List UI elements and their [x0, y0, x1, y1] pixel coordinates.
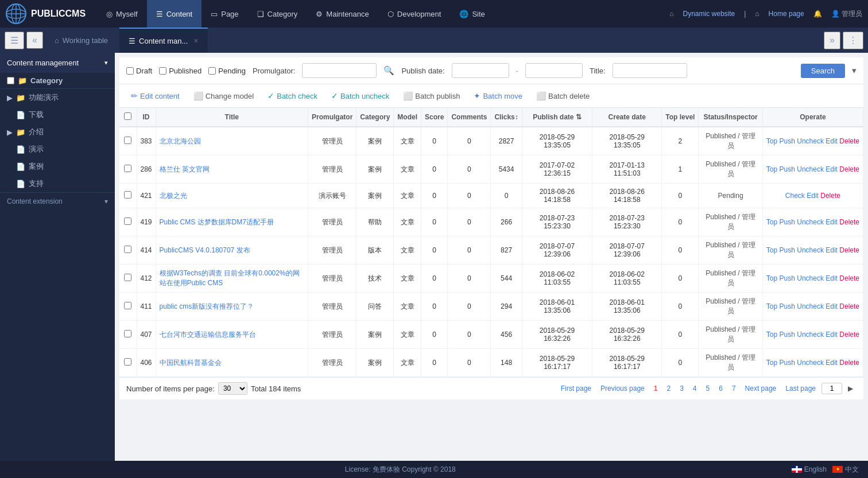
op-edit-link[interactable]: Edit [826, 165, 838, 173]
nav-development[interactable]: ⬡ Development [378, 0, 451, 28]
op-delete-link[interactable]: Delete [820, 192, 840, 200]
op-push-link[interactable]: Push [780, 331, 795, 339]
draft-checkbox[interactable] [126, 67, 134, 75]
page-size-select[interactable]: 30 50 100 [218, 382, 247, 395]
op-check-link[interactable]: Check [785, 192, 805, 200]
expand-tabs-button[interactable]: » [824, 32, 840, 49]
op-edit-link[interactable]: Edit [826, 359, 838, 367]
notification-icon[interactable]: 🔔 [813, 10, 822, 18]
op-top-link[interactable]: Top [766, 274, 777, 282]
op-edit-link[interactable]: Edit [826, 137, 838, 145]
op-edit-link[interactable]: Edit [807, 192, 819, 200]
op-delete-link[interactable]: Delete [839, 274, 859, 282]
category-checkbox[interactable] [7, 77, 14, 84]
sidebar-extension-section[interactable]: Content extension ▾ [0, 192, 115, 210]
sidebar-group-feature[interactable]: ▶ 📁 功能演示 [0, 89, 115, 106]
op-uncheck-link[interactable]: Uncheck [797, 218, 824, 226]
next-page-link[interactable]: Next page [742, 383, 780, 394]
op-delete-link[interactable]: Delete [839, 165, 859, 173]
edit-content-button[interactable]: ✏ Edit content [126, 89, 184, 103]
content-title-link[interactable]: Public CMS 达梦数据库DM7适配手册 [160, 218, 274, 226]
tab-working-table[interactable]: ⌂ Working table [45, 28, 117, 53]
content-title-link[interactable]: public cms新版没有推荐位了？ [160, 302, 254, 310]
page-goto-input[interactable] [822, 383, 842, 394]
published-checkbox-label[interactable]: Published [159, 67, 202, 75]
last-page-link[interactable]: Last page [782, 383, 819, 394]
draft-checkbox-label[interactable]: Draft [126, 67, 152, 75]
language-english[interactable]: English [792, 465, 827, 473]
op-uncheck-link[interactable]: Uncheck [797, 137, 824, 145]
nav-content[interactable]: ☰ Content [147, 0, 202, 28]
content-title-link[interactable]: 根据W3Techs的调查 目前全球有0.0002%的网站在使用Public CM… [160, 269, 300, 287]
op-top-link[interactable]: Top [766, 331, 777, 339]
sidebar-item-zhichi[interactable]: 📄 支持 [0, 175, 115, 192]
change-model-button[interactable]: ⬜ Change model [189, 89, 259, 103]
op-push-link[interactable]: Push [780, 359, 795, 367]
op-delete-link[interactable]: Delete [839, 302, 859, 310]
menu-toggle-button[interactable]: ☰ [5, 32, 24, 49]
op-top-link[interactable]: Top [766, 246, 777, 254]
sidebar-item-yanshi[interactable]: 📄 演示 [0, 141, 115, 158]
op-push-link[interactable]: Push [780, 137, 795, 145]
language-chinese[interactable]: ★ 中文 [832, 465, 859, 475]
op-delete-link[interactable]: Delete [839, 218, 859, 226]
content-title-link[interactable]: PublicCMS V4.0.180707 发布 [160, 246, 250, 254]
page-4-link[interactable]: 4 [689, 383, 700, 394]
row-checkbox[interactable] [124, 191, 131, 199]
nav-maintenance[interactable]: ⚙ Maintenance [307, 0, 378, 28]
op-delete-link[interactable]: Delete [839, 359, 859, 367]
op-push-link[interactable]: Push [780, 218, 795, 226]
op-uncheck-link[interactable]: Uncheck [797, 274, 824, 282]
nav-category[interactable]: ❑ Category [248, 0, 307, 28]
op-top-link[interactable]: Top [766, 218, 777, 226]
first-page-link[interactable]: First page [557, 383, 595, 394]
content-title-link[interactable]: 七台河市交通运输信息服务平台 [160, 331, 256, 339]
batch-uncheck-button[interactable]: ✓ Batch uncheck [327, 89, 394, 103]
op-edit-link[interactable]: Edit [826, 302, 838, 310]
sidebar-item-download[interactable]: 📄 下载 [0, 106, 115, 123]
op-edit-link[interactable]: Edit [826, 246, 838, 254]
op-uncheck-link[interactable]: Uncheck [797, 246, 824, 254]
op-uncheck-link[interactable]: Uncheck [797, 302, 824, 310]
op-edit-link[interactable]: Edit [826, 218, 838, 226]
op-delete-link[interactable]: Delete [839, 246, 859, 254]
search-button[interactable]: Search [801, 64, 845, 78]
op-push-link[interactable]: Push [780, 165, 795, 173]
row-checkbox[interactable] [124, 137, 131, 144]
content-title-link[interactable]: 北极之光 [160, 192, 187, 200]
row-checkbox[interactable] [124, 246, 131, 253]
row-checkbox[interactable] [124, 358, 131, 366]
promulgator-input[interactable] [302, 63, 377, 78]
prev-page-link[interactable]: Previous page [597, 383, 648, 394]
batch-check-button[interactable]: ✓ Batch check [263, 89, 322, 103]
page-1-link[interactable]: 1 [650, 383, 661, 394]
published-checkbox[interactable] [159, 67, 166, 75]
logo[interactable]: PUBLICCMS [6, 3, 86, 24]
page-2-link[interactable]: 2 [663, 383, 674, 394]
row-checkbox[interactable] [124, 217, 131, 225]
nav-myself[interactable]: ◎ Myself [97, 0, 147, 28]
op-edit-link[interactable]: Edit [826, 331, 838, 339]
page-5-link[interactable]: 5 [703, 383, 714, 394]
page-3-link[interactable]: 3 [676, 383, 687, 394]
go-button[interactable]: ▶ [844, 383, 857, 394]
op-push-link[interactable]: Push [780, 246, 795, 254]
filter-expand-button[interactable]: ▾ [852, 65, 857, 76]
select-all-checkbox[interactable] [124, 112, 131, 120]
batch-move-button[interactable]: ✦ Batch move [469, 89, 527, 103]
more-options-button[interactable]: ⋮ [843, 32, 863, 49]
dynamic-website-link[interactable]: Dynamic website [683, 10, 735, 18]
tab-close-icon[interactable]: ✕ [193, 37, 199, 45]
row-checkbox[interactable] [124, 274, 131, 281]
op-top-link[interactable]: Top [766, 137, 777, 145]
op-uncheck-link[interactable]: Uncheck [797, 359, 824, 367]
pending-checkbox-label[interactable]: Pending [208, 67, 246, 75]
op-delete-link[interactable]: Delete [839, 331, 859, 339]
pending-checkbox[interactable] [208, 67, 216, 75]
op-uncheck-link[interactable]: Uncheck [797, 165, 824, 173]
content-title-link[interactable]: 格兰仕 英文官网 [160, 165, 210, 173]
content-title-link[interactable]: 北京北海公园 [160, 137, 201, 145]
batch-delete-button[interactable]: ⬜ Batch delete [532, 89, 594, 103]
op-top-link[interactable]: Top [766, 165, 777, 173]
col-publish-date[interactable]: Publish date ⇅ [522, 108, 592, 127]
